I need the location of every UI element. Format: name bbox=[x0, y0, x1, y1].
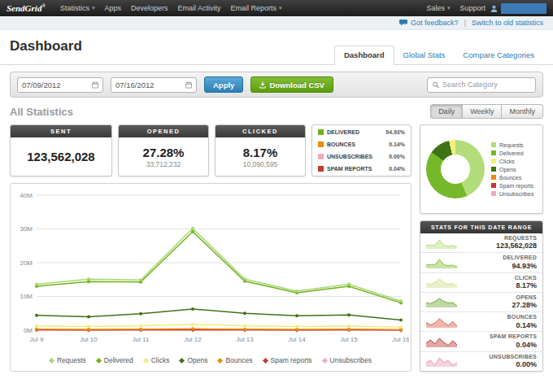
opened-stat-card: OPENED 27.28% 33,712,232 bbox=[118, 124, 209, 176]
tab-global-stats[interactable]: Global Stats bbox=[394, 46, 455, 64]
weekly-button[interactable]: Weekly bbox=[462, 104, 502, 119]
sendgrid-logo[interactable]: SendGrid® bbox=[7, 3, 46, 13]
stats-row-value: 0.04% bbox=[490, 341, 537, 350]
legend-diamond-marker bbox=[217, 357, 223, 363]
legend-diamond-marker bbox=[322, 357, 328, 363]
legend-label: DELIVERED bbox=[327, 129, 359, 135]
tab-dashboard[interactable]: Dashboard bbox=[334, 46, 394, 65]
nav-label: Email Reports bbox=[230, 4, 276, 12]
legend-color-swatch bbox=[318, 129, 324, 135]
nav-label: Support bbox=[459, 4, 486, 12]
section-title: All Statistics bbox=[10, 106, 73, 118]
nav-item-developers[interactable]: Developers bbox=[126, 0, 173, 16]
stat-card-body: 8.17% 10,090,595 bbox=[216, 137, 305, 176]
calendar-icon[interactable] bbox=[92, 81, 98, 89]
chart-legend-item: Opens bbox=[180, 356, 207, 364]
sparkline-chart bbox=[426, 277, 457, 288]
stat-card-header: OPENED bbox=[119, 125, 208, 137]
start-date-field[interactable] bbox=[22, 81, 89, 89]
nav-label: Email Activity bbox=[177, 4, 220, 12]
legend-value: 94.93% bbox=[385, 129, 405, 135]
monthly-button[interactable]: Monthly bbox=[501, 104, 543, 119]
legend-label: UNSUBSCRIBES bbox=[327, 154, 372, 159]
tab-compare-categories[interactable]: Compare Categories bbox=[454, 46, 543, 64]
search-category-input[interactable] bbox=[442, 81, 530, 89]
nav-item-support[interactable]: Support bbox=[455, 0, 490, 16]
switch-old-stats-link[interactable]: Switch to old statistics bbox=[472, 19, 543, 27]
chart-legend-item: Delivered bbox=[97, 356, 133, 364]
sparkline-chart bbox=[426, 336, 457, 347]
clicked-stat-card: CLICKED 8.17% 10,090,595 bbox=[215, 124, 306, 176]
legend-label: Opens bbox=[499, 167, 516, 172]
got-feedback-link[interactable]: Got feedback? bbox=[399, 19, 459, 27]
summary-legend-card: DELIVERED94.93%BOUNCES0.14%UNSUBSCRIBES0… bbox=[311, 124, 411, 176]
legend-color-swatch bbox=[491, 175, 496, 180]
legend-label: BOUNCES bbox=[327, 142, 355, 147]
legend-label: Clicks bbox=[151, 356, 170, 364]
divider: | bbox=[464, 19, 466, 27]
svg-text:Jul 13: Jul 13 bbox=[236, 336, 254, 343]
apply-button[interactable]: Apply bbox=[204, 76, 243, 93]
range-label: Weekly bbox=[470, 107, 494, 115]
stats-row-label: UNSUBSCRIBES bbox=[490, 354, 537, 360]
legend-diamond-marker bbox=[179, 357, 185, 363]
calendar-icon[interactable] bbox=[185, 81, 192, 89]
line-chart-card: 0M10M20M30M40MJul 9Jul 10Jul 11Jul 12Jul… bbox=[10, 183, 411, 372]
tab-label: Compare Categories bbox=[463, 50, 534, 59]
stats-row-text: DELIVERED94.93% bbox=[503, 255, 537, 270]
stat-cards-row: SENT 123,562,028 OPENED 27.28% 33,712,23… bbox=[10, 124, 411, 176]
legend-value: 0.04% bbox=[389, 166, 405, 172]
nav-label: Developers bbox=[131, 4, 168, 12]
chart-legend-item: Clicks bbox=[144, 356, 170, 364]
nav-item-sales[interactable]: Sales▾ bbox=[421, 0, 455, 16]
legend-color-swatch bbox=[318, 166, 324, 172]
end-date-input[interactable] bbox=[111, 77, 197, 93]
user-menu[interactable] bbox=[501, 3, 546, 14]
legend-diamond-marker bbox=[263, 357, 268, 363]
sparkline-chart bbox=[426, 257, 457, 268]
stats-row-label: SPAM REPORTS bbox=[490, 333, 537, 340]
stats-row-label: CLICKS bbox=[515, 275, 537, 281]
stats-row-clicks: CLICKS8.17% bbox=[420, 273, 542, 293]
clicked-value: 8.17% bbox=[243, 146, 278, 159]
end-date-field[interactable] bbox=[115, 81, 183, 89]
time-range-button-group: Daily Weekly Monthly bbox=[430, 104, 543, 119]
donut-legend: RequestsDeliveredClicksOpensBouncesSpam … bbox=[491, 142, 533, 197]
caret-down-icon: ▾ bbox=[447, 5, 451, 11]
chart-legend: RequestsDeliveredClicksOpensBouncesSpam … bbox=[12, 355, 409, 369]
start-date-input[interactable] bbox=[17, 77, 103, 93]
tab-bar: Dashboard Global Stats Compare Categorie… bbox=[334, 46, 543, 64]
opened-value: 27.28% bbox=[143, 146, 185, 159]
search-icon bbox=[433, 81, 439, 89]
sparkline-chart bbox=[426, 355, 457, 367]
legend-label: Delivered bbox=[499, 150, 524, 156]
nav-item-statistics[interactable]: Statistics▾ bbox=[55, 0, 100, 16]
stats-row-unsubscribes: UNSUBSCRIBES0.00% bbox=[420, 352, 542, 371]
donut-legend-item: Requests bbox=[491, 142, 533, 148]
nav-item-email-activity[interactable]: Email Activity bbox=[172, 0, 225, 16]
top-navbar: SendGrid® Statistics▾ Apps Developers Em… bbox=[0, 0, 553, 16]
sent-stat-card: SENT 123,562,028 bbox=[10, 124, 112, 176]
legend-label: Bounces bbox=[225, 356, 252, 364]
nav-item-apps[interactable]: Apps bbox=[99, 0, 126, 16]
stat-card-header: SENT bbox=[11, 125, 111, 137]
nav-label: Apps bbox=[104, 4, 121, 12]
stats-row-text: BOUNCES0.14% bbox=[507, 314, 537, 329]
donut-legend-item: Spam reports bbox=[491, 183, 533, 189]
search-category-box[interactable] bbox=[427, 77, 536, 93]
stats-row-label: REQUESTS bbox=[496, 235, 537, 242]
download-csv-button[interactable]: Download CSV bbox=[250, 76, 333, 93]
stats-row-value: 123,562,028 bbox=[496, 242, 537, 250]
svg-text:Jul 11: Jul 11 bbox=[133, 336, 150, 343]
opened-sub-value: 33,712,232 bbox=[146, 160, 181, 168]
donut-legend-item: Bounces bbox=[491, 175, 533, 181]
nav-item-email-reports[interactable]: Email Reports▾ bbox=[225, 0, 286, 16]
stat-card-header: CLICKED bbox=[216, 125, 305, 137]
tab-label: Dashboard bbox=[344, 50, 385, 59]
svg-text:Jul 15: Jul 15 bbox=[340, 336, 358, 343]
legend-color-swatch bbox=[491, 150, 496, 155]
download-icon bbox=[259, 81, 266, 89]
daily-button[interactable]: Daily bbox=[430, 104, 463, 119]
summary-legend-row: UNSUBSCRIBES0.00% bbox=[318, 154, 405, 159]
page-title: Dashboard bbox=[10, 38, 82, 64]
